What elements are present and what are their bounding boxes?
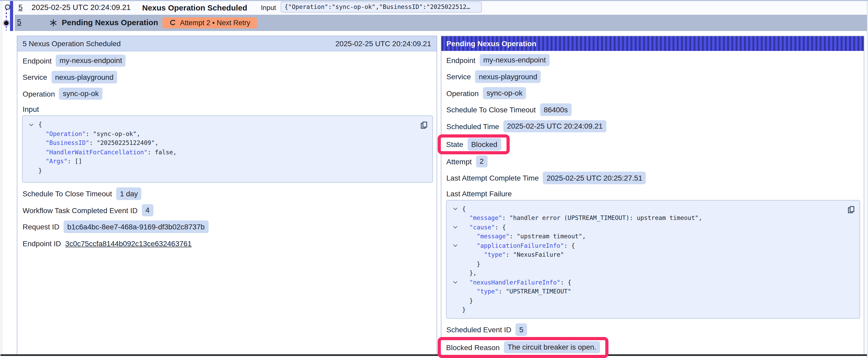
json-line: "Operation": "sync-op-ok", xyxy=(29,129,426,138)
json-text: "Operation": "sync-op-ok", xyxy=(38,129,140,138)
retry-badge: Attempt 2 • Next Retry xyxy=(162,17,257,28)
json-text: } xyxy=(462,305,466,315)
detail-value-badge: my-nexus-endpoint xyxy=(56,55,126,67)
detail-label: Endpoint xyxy=(23,57,52,65)
pending-title: Pending Nexus Operation xyxy=(62,18,158,27)
collapse-chevron-icon[interactable] xyxy=(453,223,462,232)
asterisk-icon xyxy=(49,19,57,27)
json-line: "BusinessID": "20250225122409", xyxy=(29,138,426,148)
detail-row: Operationsync-op-ok xyxy=(441,87,864,99)
json-gutter xyxy=(29,138,38,148)
detail-label: Attempt xyxy=(446,157,472,166)
json-text: "message": "handler error (UPSTREAM_TIME… xyxy=(462,214,702,223)
json-line: "Args": [] xyxy=(29,157,426,166)
detail-label: Input xyxy=(17,104,436,115)
json-text: "type": "UPSTREAM_TIMEOUT" xyxy=(462,287,571,296)
detail-value-badge: my-nexus-endpoint xyxy=(480,54,550,66)
page: 5 2025-02-25 UTC 20:24:09.21 Nexus Opera… xyxy=(0,0,868,358)
input-preview-box[interactable]: {"Operation":"sync-op-ok","BusinessID":"… xyxy=(280,1,482,12)
detail-value-badge: 5 xyxy=(516,324,527,336)
detail-label: Endpoint xyxy=(446,56,475,64)
detail-label: Scheduled Event ID xyxy=(446,325,512,334)
page-right-border xyxy=(867,0,867,358)
json-line: } xyxy=(453,260,853,269)
json-line: "HandlerWaitForCancellation": false, xyxy=(29,148,426,157)
event-row-scheduled[interactable]: 5 2025-02-25 UTC 20:24:09.21 Nexus Opera… xyxy=(15,1,867,14)
pending-operation-card-header: Pending Nexus Operation xyxy=(441,36,864,51)
json-gutter xyxy=(453,305,462,315)
detail-row: Endpoint ID3c0c75ccfa8144b092c13ce632463… xyxy=(17,237,436,250)
json-gutter xyxy=(453,269,462,278)
detail-row: Scheduled Time2025-02-25 UTC 20:24:09.21 xyxy=(441,120,864,133)
detail-row: Servicenexus-playground xyxy=(17,71,436,84)
retry-badge-label: Attempt 2 • Next Retry xyxy=(180,19,250,27)
json-line: { xyxy=(29,120,426,129)
detail-label: State xyxy=(446,140,463,149)
timeline-filled-circle-icon xyxy=(3,20,10,27)
detail-label: Last Attempt Failure xyxy=(441,188,864,199)
input-label: Input xyxy=(261,4,276,11)
json-line: { xyxy=(453,204,853,214)
detail-value-badge: nexus-playground xyxy=(51,71,117,84)
detail-value-link[interactable]: 3c0c75ccfa8144b092c13ce632463761 xyxy=(65,239,191,248)
collapse-chevron-icon[interactable] xyxy=(453,241,462,250)
json-text: "cause": { xyxy=(462,223,506,232)
detail-row: Endpointmy-nexus-endpoint xyxy=(441,54,864,66)
timeline-track-line xyxy=(2,0,2,355)
detail-label: Endpoint ID xyxy=(23,239,61,248)
json-gutter xyxy=(29,166,38,175)
json-gutter xyxy=(29,148,38,157)
detail-value-badge: 2 xyxy=(476,155,488,168)
detail-value-badge: 2025-02-25 UTC 20:25:27.51 xyxy=(543,172,646,184)
collapse-chevron-icon[interactable] xyxy=(29,120,38,129)
json-text: { xyxy=(38,120,42,129)
json-gutter xyxy=(453,214,462,223)
event-row-pending[interactable]: 5 Pending Nexus Operation Attempt 2 • Ne… xyxy=(15,14,867,31)
retry-icon xyxy=(169,19,176,26)
pending-event-id-link[interactable]: 5 xyxy=(17,18,21,26)
page-top-border xyxy=(0,0,868,1)
json-gutter xyxy=(453,260,462,269)
detail-value-badge: Blocked xyxy=(467,138,501,151)
detail-value-badge: 1 day xyxy=(116,188,142,200)
detail-row: Last Attempt Complete Time2025-02-25 UTC… xyxy=(441,172,864,184)
event-detail-card-time: 2025-02-25 UTC 20:24:09.21 xyxy=(336,39,431,48)
detail-label: Schedule To Close Timeout xyxy=(23,190,112,198)
detail-value-badge: 2025-02-25 UTC 20:24:09.21 xyxy=(503,120,606,133)
json-line: "cause": { xyxy=(453,223,853,232)
event-detail-card: 5 Nexus Operation Scheduled 2025-02-25 U… xyxy=(17,35,437,356)
detail-value-badge: sync-op-ok xyxy=(59,88,102,100)
json-gutter xyxy=(453,250,462,260)
detail-row: Scheduled Event ID5 xyxy=(441,323,864,336)
detail-row: Schedule To Close Timeout86400s xyxy=(441,103,864,116)
annotation-highlight: StateBlocked xyxy=(438,134,509,154)
detail-row: Request IDb1c6a4bc-8ee7-468a-9169-df3b02… xyxy=(17,221,436,233)
collapse-chevron-icon[interactable] xyxy=(453,278,462,287)
detail-label: Operation xyxy=(23,90,55,98)
json-text: { xyxy=(462,204,466,214)
detail-row: Schedule To Close Timeout1 day xyxy=(17,187,436,200)
json-text: "type": "NexusFailure" xyxy=(462,250,564,260)
detail-row: StateBlocked xyxy=(441,137,506,151)
detail-row: Workflow Task Completed Event ID4 xyxy=(17,204,436,217)
json-line: "type": "NexusFailure" xyxy=(453,250,853,260)
detail-label: Scheduled Time xyxy=(446,122,499,130)
detail-value-badge: b1c6a4bc-8ee7-468a-9169-df3b02c8737b xyxy=(64,221,208,233)
detail-label: Schedule To Close Timeout xyxy=(446,105,536,114)
json-gutter xyxy=(453,287,462,296)
collapse-chevron-icon[interactable] xyxy=(453,204,462,214)
event-time: 2025-02-25 UTC 20:24:09.21 xyxy=(32,3,130,11)
detail-row: Endpointmy-nexus-endpoint xyxy=(17,54,436,67)
json-text: } xyxy=(462,296,473,305)
detail-value-badge: sync-op-ok xyxy=(483,87,526,99)
json-gutter xyxy=(29,157,38,166)
json-line: "message": "upstream timeout", xyxy=(453,232,853,241)
copy-icon[interactable] xyxy=(420,121,428,131)
json-gutter xyxy=(453,296,462,305)
json-line: } xyxy=(453,296,853,305)
event-id-link[interactable]: 5 xyxy=(19,3,23,11)
json-text: "nexusHandlerFailureInfo": { xyxy=(462,278,571,287)
json-line: "type": "UPSTREAM_TIMEOUT" xyxy=(453,287,853,296)
copy-icon[interactable] xyxy=(847,205,855,215)
json-line: "applicationFailureInfo": { xyxy=(453,241,853,250)
